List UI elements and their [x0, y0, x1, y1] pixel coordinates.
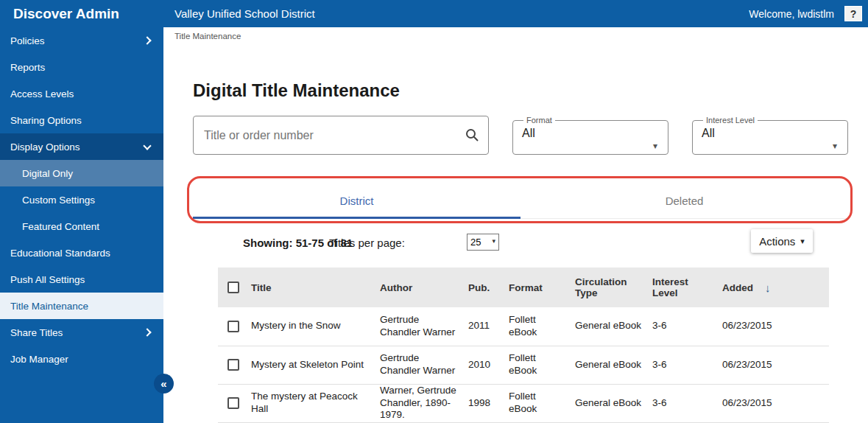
sidebar-item-access-levels[interactable]: Access Levels — [0, 80, 163, 107]
cell-pub: 2010 — [468, 346, 509, 384]
row-checkbox[interactable] — [227, 359, 239, 371]
welcome-text: Welcome, lwdistlm — [749, 8, 834, 20]
tab-deleted[interactable]: Deleted — [521, 185, 848, 218]
table-row: Mystery in the Snow Gertrude Chandler Wa… — [218, 307, 829, 346]
cell-format: Follett eBook — [509, 346, 575, 384]
help-button[interactable]: ? — [844, 6, 862, 21]
interest-level-dropdown-label: Interest Level — [703, 116, 758, 125]
app-title: Discover Admin — [0, 6, 163, 22]
sidebar-item-label: Policies — [10, 35, 45, 46]
cell-interest-level: 3-6 — [652, 307, 722, 346]
sidebar: Policies Reports Access Levels Sharing O… — [0, 27, 163, 423]
cell-author: Gertrude Chandler Warner — [380, 346, 468, 384]
actions-button[interactable]: Actions ▾ — [751, 229, 813, 253]
chevron-right-icon — [143, 36, 151, 44]
cell-added: 06/23/2015 — [722, 384, 829, 422]
col-header-pub[interactable]: Pub. — [468, 268, 509, 307]
search-icon[interactable] — [465, 127, 479, 142]
col-header-title[interactable]: Title — [251, 268, 380, 307]
chevron-right-icon — [143, 328, 151, 336]
sidebar-item-custom-settings[interactable]: Custom Settings — [0, 186, 163, 213]
col-header-added-label: Added — [722, 282, 753, 293]
cell-title: The mystery at Peacock Hall — [251, 384, 380, 422]
col-header-format[interactable]: Format — [509, 268, 575, 307]
breadcrumb: Title Maintenance — [174, 32, 241, 41]
sidebar-item-display-options[interactable]: Display Options — [0, 133, 163, 160]
cell-title: Mystery in the Snow — [251, 307, 380, 346]
sidebar-item-reports[interactable]: Reports — [0, 54, 163, 80]
interest-level-dropdown-value: All — [702, 125, 839, 142]
sidebar-item-policies[interactable]: Policies — [0, 27, 163, 54]
cell-title: Mystery at Skeleton Point — [251, 346, 380, 384]
table-row: Mystery at Skeleton Point Gertrude Chand… — [218, 346, 829, 384]
tab-district[interactable]: District — [193, 185, 521, 218]
district-name: Valley Unified School District — [163, 7, 749, 20]
cell-added: 06/23/2015 — [722, 346, 829, 384]
cell-interest-level: 3-6 — [652, 346, 722, 384]
sidebar-item-title-maintenance[interactable]: Title Maintenance — [0, 293, 163, 319]
search-input[interactable] — [193, 116, 489, 155]
sidebar-item-label: Educational Standards — [10, 248, 110, 259]
sort-descending-icon[interactable]: ↓ — [765, 282, 771, 294]
cell-circulation-type: General eBook — [575, 307, 652, 346]
chevron-down-icon — [143, 141, 151, 150]
sidebar-item-label: Share Titles — [10, 327, 63, 338]
table-row: The mystery at Peacock Hall Warner, Gert… — [218, 384, 829, 422]
sidebar-item-digital-only[interactable]: Digital Only — [0, 160, 163, 186]
table-header-row: Title Author Pub. Format Circulation Typ… — [218, 268, 829, 307]
top-bar: Discover Admin Valley Unified School Dis… — [0, 0, 868, 27]
cell-circulation-type: General eBook — [575, 384, 652, 422]
per-page-label: Titles per page: — [329, 237, 405, 249]
cell-author: Warner, Gertrude Chandler, 1890-1979. — [380, 384, 468, 422]
main-content: Title Maintenance Digital Title Maintena… — [163, 27, 868, 423]
collapse-icon: « — [160, 377, 166, 390]
sidebar-item-sharing-options[interactable]: Sharing Options — [0, 107, 163, 133]
sidebar-item-label: Digital Only — [22, 168, 73, 179]
sidebar-item-featured-content[interactable]: Featured Content — [0, 213, 163, 240]
cell-interest-level: 3-6 — [652, 384, 722, 422]
sidebar-item-label: Title Maintenance — [10, 301, 88, 312]
cell-format: Follett eBook — [509, 307, 575, 346]
title-search — [193, 116, 489, 155]
per-page-select[interactable]: 25 — [467, 234, 499, 251]
cell-added: 06/23/2015 — [722, 307, 829, 346]
titles-table: Title Author Pub. Format Circulation Typ… — [218, 268, 829, 423]
format-dropdown[interactable]: Format All ▾ — [512, 116, 668, 155]
dropdown-caret-icon: ▾ — [653, 141, 657, 151]
page-title: Digital Title Maintenance — [193, 80, 400, 101]
cell-format: Follett eBook — [509, 384, 575, 422]
cell-pub: 2011 — [468, 307, 509, 346]
row-checkbox[interactable] — [227, 321, 239, 332]
tab-bar: District Deleted — [193, 185, 848, 219]
sidebar-item-job-manager[interactable]: Job Manager — [0, 346, 163, 372]
col-header-added[interactable]: Added ↓ — [722, 268, 829, 307]
col-header-interest-level[interactable]: Interest Level — [652, 268, 722, 307]
sidebar-item-label: Sharing Options — [10, 115, 82, 126]
sidebar-item-label: Reports — [10, 62, 45, 73]
sidebar-item-push-all-settings[interactable]: Push All Settings — [0, 266, 163, 293]
select-all-checkbox[interactable] — [227, 282, 239, 293]
actions-button-label: Actions — [759, 235, 795, 248]
format-dropdown-value: All — [522, 125, 659, 142]
sidebar-collapse-button[interactable]: « — [154, 374, 174, 394]
format-dropdown-label: Format — [523, 116, 555, 125]
sidebar-item-label: Push All Settings — [10, 274, 85, 285]
sidebar-item-label: Featured Content — [22, 221, 99, 232]
col-header-circulation-type[interactable]: Circulation Type — [575, 268, 652, 307]
row-checkbox[interactable] — [227, 397, 239, 409]
sidebar-item-label: Access Levels — [10, 88, 74, 99]
sidebar-item-label: Job Manager — [10, 354, 68, 365]
interest-level-dropdown[interactable]: Interest Level All ▾ — [692, 116, 848, 155]
sidebar-item-label: Custom Settings — [22, 195, 95, 206]
sidebar-item-label: Display Options — [10, 141, 80, 153]
sidebar-item-share-titles[interactable]: Share Titles — [0, 319, 163, 346]
cell-circulation-type: General eBook — [575, 346, 652, 384]
dropdown-caret-icon: ▾ — [833, 141, 837, 151]
cell-pub: 1998 — [468, 384, 509, 422]
actions-caret-icon: ▾ — [800, 237, 805, 246]
sidebar-item-educational-standards[interactable]: Educational Standards — [0, 240, 163, 266]
cell-author: Gertrude Chandler Warner — [380, 307, 468, 346]
col-header-author[interactable]: Author — [380, 268, 468, 307]
per-page-select-wrap: 25 — [467, 234, 499, 251]
